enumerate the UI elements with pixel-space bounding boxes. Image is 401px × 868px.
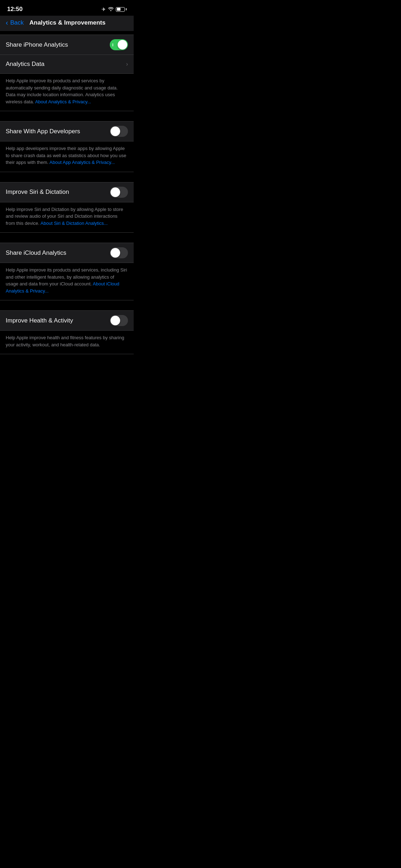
icloud-analytics-description: Help Apple improve its products and serv…: [0, 263, 134, 300]
siri-dictation-group: Improve Siri & Dictation: [0, 182, 134, 202]
spacer-1: [0, 111, 134, 121]
share-with-app-developers-toggle[interactable]: [110, 126, 128, 137]
status-bar: 12:50 ✈: [0, 0, 134, 16]
battery-icon: [116, 7, 127, 12]
toggle-knob-2: [110, 126, 120, 136]
share-with-app-developers-label: Share With App Developers: [6, 128, 80, 135]
share-iphone-analytics-row[interactable]: Share iPhone Analytics I: [0, 35, 134, 55]
share-icloud-analytics-toggle[interactable]: [110, 247, 128, 258]
page-title: Analytics & Improvements: [29, 19, 106, 26]
analytics-description: Help Apple improve its products and serv…: [0, 74, 134, 111]
share-iphone-analytics-label: Share iPhone Analytics: [6, 41, 68, 48]
siri-dictation-description-text: Help improve Siri and Dictation by allow…: [6, 207, 123, 226]
top-spacer: [0, 31, 134, 35]
improve-siri-dictation-toggle[interactable]: [110, 187, 128, 198]
toggle-on-label: I: [112, 43, 113, 47]
siri-analytics-link[interactable]: About Siri & Dictation Analytics...: [41, 221, 108, 226]
wifi-icon: [108, 6, 114, 12]
share-iphone-analytics-toggle[interactable]: I: [110, 39, 128, 50]
analytics-data-right: ›: [126, 61, 128, 67]
toggle-knob-3: [110, 187, 120, 197]
spacer-3: [0, 233, 134, 243]
airplane-icon: ✈: [102, 6, 106, 12]
icloud-analytics-description-text: Help Apple improve its products and serv…: [6, 267, 127, 294]
siri-dictation-description: Help improve Siri and Dictation by allow…: [0, 202, 134, 233]
back-button[interactable]: ‹ Back: [6, 19, 24, 27]
analytics-privacy-link[interactable]: About Analytics & Privacy...: [35, 99, 91, 104]
icloud-analytics-link[interactable]: About iCloud Analytics & Privacy...: [6, 281, 119, 294]
icloud-analytics-group: Share iCloud Analytics: [0, 243, 134, 263]
improve-health-activity-row[interactable]: Improve Health & Activity: [0, 311, 134, 330]
improve-health-activity-toggle[interactable]: [110, 315, 128, 326]
improve-siri-dictation-label: Improve Siri & Dictation: [6, 188, 69, 196]
analytics-description-text: Help Apple improve its products and serv…: [6, 78, 118, 104]
back-label: Back: [10, 19, 24, 26]
back-chevron-icon: ‹: [6, 19, 8, 27]
app-analytics-link[interactable]: About App Analytics & Privacy...: [50, 160, 115, 165]
health-activity-description-text: Help Apple improve health and fitness fe…: [6, 335, 124, 347]
status-icons: ✈: [102, 6, 127, 12]
nav-bar: ‹ Back Analytics & Improvements: [0, 16, 134, 31]
app-developers-description-text: Help app developers improve their apps b…: [6, 146, 126, 165]
health-activity-description: Help Apple improve health and fitness fe…: [0, 331, 134, 354]
app-developers-group: Share With App Developers: [0, 121, 134, 141]
spacer-4: [0, 300, 134, 310]
share-icloud-analytics-label: Share iCloud Analytics: [6, 249, 66, 257]
health-activity-group: Improve Health & Activity: [0, 310, 134, 331]
analytics-data-label: Analytics Data: [6, 61, 45, 68]
chevron-right-icon: ›: [126, 61, 128, 67]
status-time: 12:50: [7, 6, 22, 13]
app-developers-description: Help app developers improve their apps b…: [0, 141, 134, 172]
improve-health-activity-label: Improve Health & Activity: [6, 317, 73, 324]
toggle-knob-5: [110, 316, 120, 325]
analytics-data-row[interactable]: Analytics Data ›: [0, 55, 134, 73]
toggle-knob: [118, 40, 127, 50]
analytics-group-1: Share iPhone Analytics I Analytics Data …: [0, 35, 134, 74]
share-icloud-analytics-row[interactable]: Share iCloud Analytics: [0, 243, 134, 263]
spacer-2: [0, 172, 134, 182]
improve-siri-dictation-row[interactable]: Improve Siri & Dictation: [0, 182, 134, 202]
settings-content: Share iPhone Analytics I Analytics Data …: [0, 31, 134, 354]
toggle-knob-4: [110, 248, 120, 258]
share-with-app-developers-row[interactable]: Share With App Developers: [0, 122, 134, 141]
